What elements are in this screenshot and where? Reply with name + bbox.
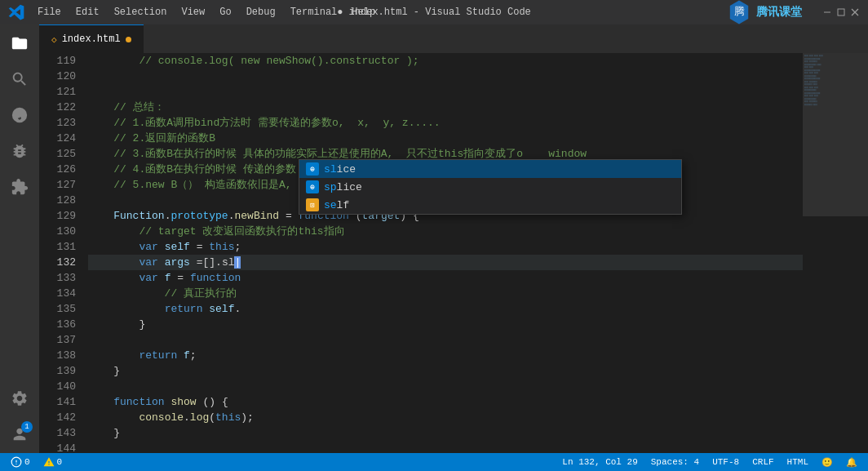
line-num-142: 142 — [43, 410, 76, 425]
line-num-132: 132 — [43, 255, 76, 270]
status-bell[interactable]: 🔔 — [844, 457, 860, 468]
error-icon — [11, 456, 22, 468]
line-num-141: 141 — [43, 394, 76, 410]
tab-modified-indicator — [126, 37, 131, 42]
code-content[interactable]: // console.log( new newShow().constructo… — [84, 53, 803, 453]
line-num-130: 130 — [43, 224, 76, 239]
menu-go[interactable]: Go — [213, 5, 237, 20]
code-line-124: // 2.返回新的函数B — [88, 131, 803, 146]
autocomplete-icon-splice: ⊕ — [306, 180, 319, 193]
editor-area: ◇ index.html 119 120 121 122 123 124 125… — [39, 24, 868, 453]
activity-search[interactable] — [5, 64, 34, 94]
activity-account[interactable]: 1 — [5, 420, 34, 449]
code-line-132: var args =[].sl| — [88, 255, 803, 270]
code-line-138: return f; — [88, 348, 803, 363]
menu-file[interactable]: File — [31, 5, 68, 20]
autocomplete-dropdown[interactable]: ⊕ slice ⊕ splice ⊡ self — [299, 159, 682, 215]
svg-rect-2 — [824, 12, 830, 13]
status-encoding[interactable]: UTF-8 — [710, 457, 742, 467]
error-count: 0 — [24, 457, 30, 467]
line-num-125: 125 — [43, 146, 76, 162]
code-line-122: // 总结： — [88, 100, 803, 115]
line-num-121: 121 — [43, 84, 76, 100]
code-line-136: } — [88, 317, 803, 332]
line-num-120: 120 — [43, 69, 76, 84]
status-right: Ln 132, Col 29 Spaces: 4 UTF-8 CRLF HTML… — [560, 457, 860, 468]
code-line-120 — [88, 69, 803, 84]
menu-edit[interactable]: Edit — [69, 5, 106, 20]
tab-bar: ◇ index.html — [39, 24, 868, 53]
code-line-134: // 真正执行的 — [88, 286, 803, 301]
autocomplete-item-slice[interactable]: ⊕ slice — [299, 160, 681, 178]
status-line-ending[interactable]: CRLF — [750, 457, 776, 467]
line-num-134: 134 — [43, 286, 76, 301]
code-line-143: } — [88, 425, 803, 441]
window-minimize[interactable] — [822, 7, 832, 17]
code-line-133: var f = function — [88, 270, 803, 286]
line-num-127: 127 — [43, 177, 76, 193]
activity-explorer[interactable] — [5, 29, 34, 58]
tab-filename: index.html — [62, 33, 121, 45]
status-bar: 0 0 Ln 132, Col 29 Spaces: 4 UTF-8 CRLF … — [0, 453, 868, 471]
autocomplete-icon-self: ⊡ — [306, 198, 319, 211]
tab-index-html[interactable]: ◇ index.html — [39, 24, 144, 53]
minimap-slider[interactable] — [803, 53, 868, 216]
autocomplete-label-self: self — [324, 199, 349, 211]
code-line-141: function show () { — [88, 394, 803, 410]
autocomplete-item-splice[interactable]: ⊕ splice — [299, 178, 681, 196]
line-num-136: 136 — [43, 317, 76, 332]
code-line-144 — [88, 441, 803, 453]
line-num-124: 124 — [43, 131, 76, 146]
activity-git[interactable] — [5, 100, 34, 130]
warning-icon — [43, 456, 55, 468]
svg-text:腾: 腾 — [734, 6, 745, 17]
line-num-122: 122 — [43, 100, 76, 115]
code-line-131: var self = this; — [88, 239, 803, 255]
code-line-121 — [88, 84, 803, 100]
line-num-129: 129 — [43, 208, 76, 224]
svg-rect-3 — [838, 9, 844, 16]
html-file-icon: ◇ — [51, 34, 57, 45]
code-editor[interactable]: 119 120 121 122 123 124 125 126 127 128 … — [39, 53, 868, 453]
menu-view[interactable]: View — [175, 5, 211, 20]
menu-bar: File Edit Selection View Go Debug Termin… — [31, 5, 382, 20]
line-num-144: 144 — [43, 441, 76, 453]
activity-settings[interactable] — [5, 384, 34, 413]
tencent-logo-area: 腾 腾讯课堂 — [726, 0, 860, 25]
code-line-140 — [88, 379, 803, 394]
menu-selection[interactable]: Selection — [108, 5, 174, 20]
code-line-139: } — [88, 363, 803, 379]
status-left: 0 0 — [8, 456, 64, 468]
line-num-140: 140 — [43, 379, 76, 394]
window-close[interactable] — [850, 7, 860, 17]
line-num-135: 135 — [43, 301, 76, 317]
status-position[interactable]: Ln 132, Col 29 — [560, 457, 640, 467]
autocomplete-icon-slice: ⊕ — [306, 162, 319, 176]
status-language[interactable]: HTML — [785, 457, 811, 467]
line-num-119: 119 — [43, 53, 76, 69]
status-warnings[interactable]: 0 — [41, 456, 65, 468]
code-line-137 — [88, 332, 803, 348]
activity-bar: 1 — [0, 24, 39, 453]
window-maximize[interactable] — [836, 7, 846, 17]
line-num-143: 143 — [43, 425, 76, 441]
line-num-137: 137 — [43, 332, 76, 348]
title-bar: File Edit Selection View Go Debug Termin… — [0, 0, 868, 24]
status-errors[interactable]: 0 — [8, 456, 33, 468]
activity-extensions[interactable] — [5, 172, 34, 202]
svg-point-8 — [16, 464, 16, 464]
autocomplete-item-self[interactable]: ⊡ self — [299, 196, 681, 214]
activity-debug[interactable] — [5, 136, 34, 166]
autocomplete-label-splice: splice — [324, 181, 362, 193]
warning-count: 0 — [57, 457, 63, 467]
status-emoji[interactable]: 🙂 — [819, 457, 835, 468]
menu-debug[interactable]: Debug — [240, 5, 282, 20]
tencent-text: 腾讯课堂 — [756, 5, 802, 20]
code-line-135: return self. — [88, 301, 803, 317]
line-num-123: 123 — [43, 115, 76, 131]
status-spaces[interactable]: Spaces: 4 — [649, 457, 702, 467]
code-line-123: // 1.函数A调用bind方法时 需要传递的参数o, x, y, z..... — [88, 115, 803, 131]
menu-terminal[interactable]: Terminal — [284, 5, 344, 20]
minimap[interactable]: ████ ████ ████ ████ ████████████████ ███… — [803, 53, 868, 453]
line-numbers: 119 120 121 122 123 124 125 126 127 128 … — [39, 53, 84, 453]
